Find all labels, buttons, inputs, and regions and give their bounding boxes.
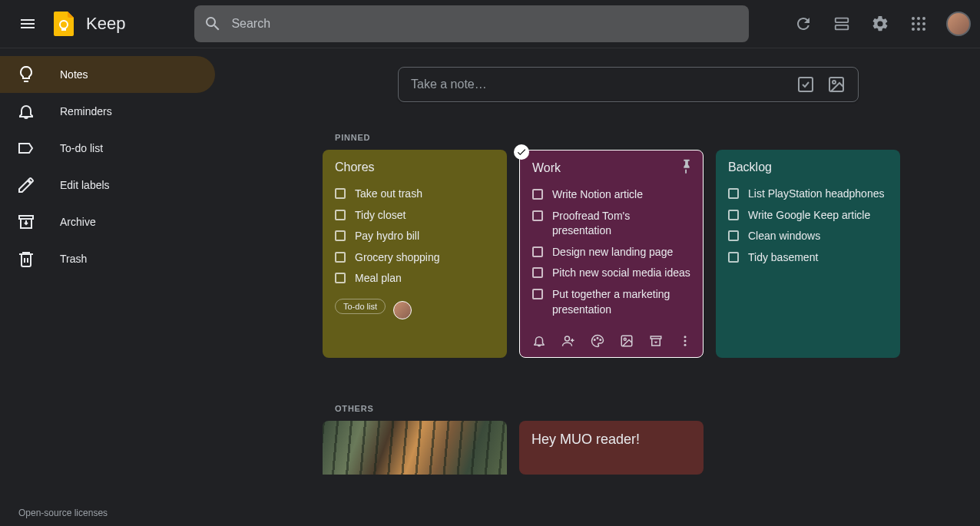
lightbulb-logo-icon — [51, 10, 78, 38]
header: Keep — [0, 0, 980, 48]
checkbox-icon[interactable] — [532, 267, 543, 278]
sidebar-item-label: Reminders — [60, 105, 112, 117]
svg-point-19 — [597, 338, 598, 339]
list-item[interactable]: Pay hydro bill — [335, 226, 495, 247]
open-source-licenses-link[interactable]: Open-source licenses — [18, 508, 108, 518]
sidebar-item-todo[interactable]: To-do list — [0, 130, 215, 167]
list-item[interactable]: Tidy closet — [335, 205, 495, 227]
list-item[interactable]: Pitch new social media ideas — [532, 263, 690, 284]
svg-point-22 — [624, 338, 626, 340]
pinned-notes-grid: Chores Take out trash Tidy closet Pay hy… — [323, 150, 934, 358]
note-card-work[interactable]: Work Write Notion article Proofread Tom'… — [519, 150, 704, 358]
note-card-image[interactable] — [323, 421, 507, 475]
note-card-backlog[interactable]: Backlog List PlayStation headphones Writ… — [716, 150, 900, 358]
note-title: Work — [532, 161, 690, 175]
svg-rect-1 — [61, 28, 66, 31]
svg-point-18 — [594, 339, 596, 341]
bell-icon — [532, 334, 546, 348]
checkbox-icon[interactable] — [532, 210, 543, 221]
take-note-box[interactable]: Take a note… — [398, 67, 859, 102]
select-note-badge[interactable] — [514, 144, 529, 160]
sidebar-item-label: Trash — [60, 253, 87, 265]
pin-button[interactable] — [678, 158, 695, 175]
note-title: Backlog — [728, 160, 888, 174]
note-card-chores[interactable]: Chores Take out trash Tidy closet Pay hy… — [323, 150, 507, 358]
checkbox-icon[interactable] — [335, 210, 346, 220]
pin-icon — [678, 158, 695, 175]
main-menu-button[interactable] — [9, 5, 46, 42]
remind-me-button[interactable] — [532, 334, 546, 348]
svg-rect-14 — [799, 78, 813, 91]
account-avatar[interactable] — [946, 12, 971, 36]
list-item[interactable]: Tidy basement — [728, 247, 888, 269]
collaborator-avatar[interactable] — [393, 301, 412, 319]
svg-point-17 — [565, 336, 570, 341]
svg-point-16 — [833, 81, 836, 84]
checkbox-icon[interactable] — [728, 210, 739, 220]
list-item[interactable]: Clean windows — [728, 226, 888, 247]
list-item[interactable]: Put together a marketing presentation — [532, 284, 690, 320]
take-note-placeholder: Take a note… — [411, 78, 796, 91]
list-item[interactable]: Write Google Keep article — [728, 205, 888, 227]
sidebar-item-reminders[interactable]: Reminders — [0, 93, 215, 130]
collaborator-button[interactable] — [561, 334, 575, 348]
sidebar-item-label: Notes — [60, 68, 88, 81]
svg-point-6 — [922, 17, 925, 20]
sidebar-item-label: To-do list — [60, 142, 103, 154]
new-image-note-button[interactable] — [827, 75, 846, 94]
list-item[interactable]: Grocery shopping — [335, 247, 495, 269]
add-image-button[interactable] — [620, 334, 634, 348]
svg-point-7 — [912, 22, 915, 25]
checkbox-icon[interactable] — [532, 246, 543, 257]
image-icon — [620, 334, 634, 348]
sidebar: Notes Reminders To-do list Edit labels A… — [0, 48, 215, 526]
checkbox-icon[interactable] — [532, 189, 543, 200]
list-item[interactable]: Design new landing page — [532, 242, 690, 263]
list-item[interactable]: List PlayStation headphones — [728, 184, 888, 205]
sidebar-item-trash[interactable]: Trash — [0, 240, 215, 277]
note-title: Hey MUO reader! — [531, 432, 691, 448]
checkbox-icon[interactable] — [728, 230, 739, 241]
sidebar-item-notes[interactable]: Notes — [0, 56, 215, 93]
search-icon — [204, 15, 222, 33]
list-item[interactable]: Meal plan — [335, 268, 495, 289]
checkbox-icon[interactable] — [335, 252, 346, 263]
list-item[interactable]: Take out trash — [335, 184, 495, 205]
gear-icon — [871, 15, 889, 33]
svg-point-11 — [917, 28, 920, 31]
note-card-muo[interactable]: Hey MUO reader! — [519, 421, 704, 475]
list-view-button[interactable] — [825, 7, 859, 41]
refresh-button[interactable] — [786, 7, 820, 41]
svg-point-24 — [684, 336, 687, 338]
archive-button[interactable] — [649, 334, 663, 348]
more-button[interactable] — [678, 334, 692, 348]
checkbox-icon[interactable] — [335, 188, 346, 199]
pencil-icon — [17, 176, 48, 194]
apps-button[interactable] — [902, 7, 935, 41]
label-chip[interactable]: To-do list — [335, 299, 386, 314]
checkbox-icon — [796, 75, 815, 94]
check-icon — [516, 147, 527, 157]
search-box[interactable] — [194, 5, 749, 42]
sidebar-item-edit-labels[interactable]: Edit labels — [0, 167, 215, 203]
checkbox-icon[interactable] — [335, 230, 346, 241]
others-notes-grid: Hey MUO reader! — [323, 421, 934, 475]
list-item[interactable]: Write Notion article — [532, 184, 690, 206]
app-title: Keep — [86, 14, 125, 34]
person-add-icon — [561, 334, 575, 348]
search-input[interactable] — [231, 17, 740, 31]
list-item[interactable]: Proofread Tom's presentation — [532, 206, 690, 242]
lightbulb-icon — [17, 65, 48, 84]
svg-rect-23 — [651, 336, 661, 339]
sidebar-item-archive[interactable]: Archive — [0, 203, 215, 240]
checkbox-icon[interactable] — [728, 188, 739, 199]
checkbox-icon[interactable] — [728, 252, 739, 263]
settings-button[interactable] — [863, 7, 897, 41]
checkbox-icon[interactable] — [532, 289, 543, 299]
new-list-button[interactable] — [796, 75, 815, 94]
checkbox-icon[interactable] — [335, 273, 346, 283]
svg-point-9 — [922, 22, 925, 25]
svg-rect-3 — [836, 25, 849, 30]
background-options-button[interactable] — [591, 334, 604, 348]
archive-icon — [17, 213, 48, 231]
